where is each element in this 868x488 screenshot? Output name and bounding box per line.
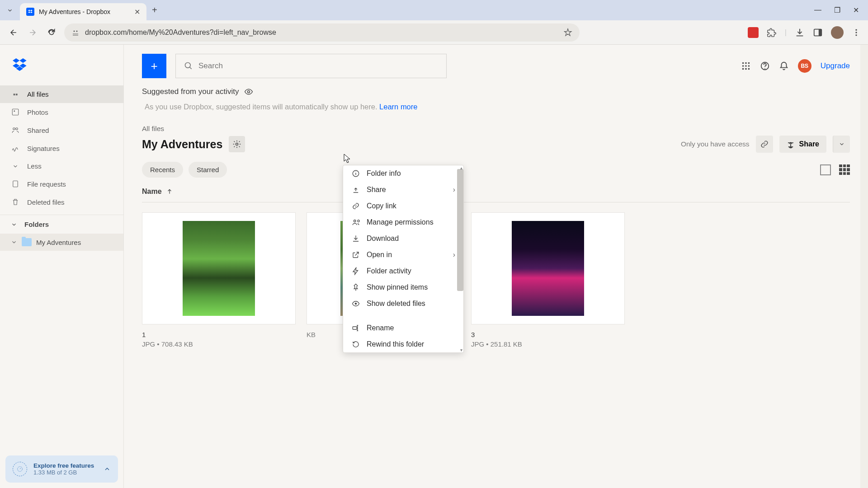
- sidebar-item-less[interactable]: Less: [0, 157, 123, 175]
- menu-folder-info[interactable]: Folder info: [343, 165, 463, 182]
- reload-button[interactable]: [45, 26, 58, 39]
- maximize-icon[interactable]: ❐: [834, 6, 840, 14]
- bookmark-star-icon[interactable]: [563, 28, 572, 37]
- menu-folder-activity[interactable]: Folder activity: [343, 263, 463, 279]
- extension-ublock-icon[interactable]: [748, 27, 759, 38]
- filter-recents[interactable]: Recents: [142, 162, 183, 178]
- view-toggles: [820, 164, 850, 175]
- chrome-profile-avatar[interactable]: [831, 26, 844, 39]
- menu-rewind-folder[interactable]: Rewind this folder: [343, 336, 463, 352]
- sidebar-item-label: Signatures: [27, 145, 60, 152]
- address-bar: dropbox.com/home/My%20Adventures?di=left…: [0, 20, 868, 45]
- tab-title: My Adventures - Dropbox: [39, 8, 130, 15]
- sidebar-item-deleted-files[interactable]: Deleted files: [0, 193, 123, 211]
- chevron-down-icon: [11, 221, 17, 228]
- sidebar-item-label: Photos: [27, 108, 48, 116]
- upgrade-link[interactable]: Upgrade: [821, 61, 850, 70]
- column-header-name[interactable]: Name: [142, 188, 850, 202]
- file-card[interactable]: 3 JPG • 251.81 KB: [471, 212, 625, 348]
- sidebar-item-signatures[interactable]: Signatures: [0, 139, 123, 157]
- menu-show-pinned[interactable]: Show pinned items: [343, 279, 463, 296]
- user-initials: BS: [801, 63, 808, 69]
- browser-tab[interactable]: My Adventures - Dropbox ✕: [20, 3, 146, 20]
- search-box[interactable]: [175, 54, 447, 78]
- gear-icon: [232, 140, 241, 149]
- filter-starred[interactable]: Starred: [189, 162, 227, 178]
- sidebar-folder-item[interactable]: My Adventures: [0, 234, 123, 251]
- menu-copy-link[interactable]: Copy link: [343, 198, 463, 214]
- svg-rect-30: [353, 327, 357, 329]
- arrow-left-icon: [9, 28, 18, 37]
- menu-open-in[interactable]: Open in›: [343, 247, 463, 263]
- url-box[interactable]: dropbox.com/home/My%20Adventures?di=left…: [64, 23, 580, 42]
- menu-manage-permissions[interactable]: Manage permissions: [343, 214, 463, 230]
- list-view-toggle[interactable]: [820, 164, 831, 175]
- close-window-icon[interactable]: ✕: [853, 6, 859, 14]
- side-panel-icon[interactable]: [813, 28, 823, 38]
- chevron-up-icon[interactable]: [104, 465, 111, 473]
- access-text: Only you have access: [681, 140, 750, 148]
- tab-search-dropdown[interactable]: [4, 4, 16, 17]
- forward-button[interactable]: [26, 26, 39, 39]
- scroll-down-icon[interactable]: ▾: [460, 347, 462, 352]
- share-dropdown-button[interactable]: [833, 136, 850, 153]
- folder-title: My Adventures: [142, 138, 222, 151]
- scroll-up-icon[interactable]: ▴: [460, 165, 462, 170]
- breadcrumb[interactable]: All files: [142, 125, 850, 133]
- search-input[interactable]: [198, 61, 438, 70]
- grid-view-toggle[interactable]: [839, 164, 850, 175]
- sidebar-item-photos[interactable]: Photos: [0, 103, 123, 121]
- svg-point-9: [13, 128, 15, 130]
- logo-area[interactable]: [0, 45, 123, 85]
- menu-rename[interactable]: Rename: [343, 320, 463, 336]
- sidebar-item-all-files[interactable]: ▪▪All files: [0, 85, 123, 103]
- eye-icon[interactable]: [244, 87, 253, 96]
- chrome-menu-icon[interactable]: [852, 28, 861, 37]
- menu-label: Open in: [367, 251, 392, 259]
- main-scrollbar[interactable]: [860, 45, 868, 488]
- content-area: Suggested from your activity As you use …: [124, 87, 868, 348]
- sidebar-item-label: Deleted files: [27, 198, 65, 206]
- sidebar-item-shared[interactable]: Shared: [0, 121, 123, 139]
- info-icon: [351, 169, 360, 178]
- create-button[interactable]: +: [142, 54, 166, 78]
- arrow-right-icon: [28, 28, 37, 37]
- user-avatar[interactable]: BS: [798, 59, 811, 73]
- menu-show-deleted[interactable]: Show deleted files: [343, 296, 463, 312]
- folders-section-header[interactable]: Folders: [0, 215, 123, 234]
- svg-point-8: [14, 110, 15, 112]
- tab-close-icon[interactable]: ✕: [134, 8, 140, 16]
- menu-label: Show deleted files: [367, 300, 425, 308]
- folder-settings-button[interactable]: [229, 136, 245, 152]
- file-name: 3: [471, 331, 625, 338]
- extensions-icon[interactable]: [767, 28, 777, 38]
- suggested-header: Suggested from your activity: [142, 87, 850, 96]
- apps-grid-icon[interactable]: [741, 61, 751, 71]
- explore-features-box[interactable]: Explore free features 1.33 MB of 2 GB: [5, 455, 118, 483]
- share-button[interactable]: Share: [779, 136, 826, 153]
- sidebar-item-file-requests[interactable]: File requests: [0, 175, 123, 193]
- menu-label: Share: [367, 186, 386, 194]
- site-settings-icon[interactable]: [71, 28, 80, 37]
- menu-label: Copy link: [367, 202, 396, 210]
- menu-download[interactable]: Download: [343, 230, 463, 247]
- new-tab-button[interactable]: +: [152, 5, 157, 15]
- nav-list: ▪▪All files Photos Shared Signatures Les…: [0, 85, 123, 211]
- learn-more-link[interactable]: Learn more: [379, 103, 417, 111]
- downloads-icon[interactable]: [795, 28, 805, 38]
- minimize-icon[interactable]: —: [814, 6, 821, 14]
- bolt-icon: [351, 267, 360, 275]
- svg-rect-7: [12, 109, 19, 115]
- menu-scrollbar[interactable]: [457, 169, 463, 291]
- svg-point-26: [236, 143, 238, 145]
- menu-share[interactable]: Share›: [343, 182, 463, 198]
- copy-link-button[interactable]: [756, 136, 773, 153]
- notifications-icon[interactable]: [779, 61, 789, 71]
- download-icon: [351, 235, 360, 243]
- back-button[interactable]: [7, 26, 20, 39]
- folder-header: My Adventures Only you have access Share: [142, 136, 850, 153]
- help-icon[interactable]: [760, 61, 770, 71]
- file-card[interactable]: 1 JPG • 708.43 KB: [142, 212, 296, 348]
- storage-gauge-icon: [13, 462, 27, 476]
- menu-label: Show pinned items: [367, 283, 428, 291]
